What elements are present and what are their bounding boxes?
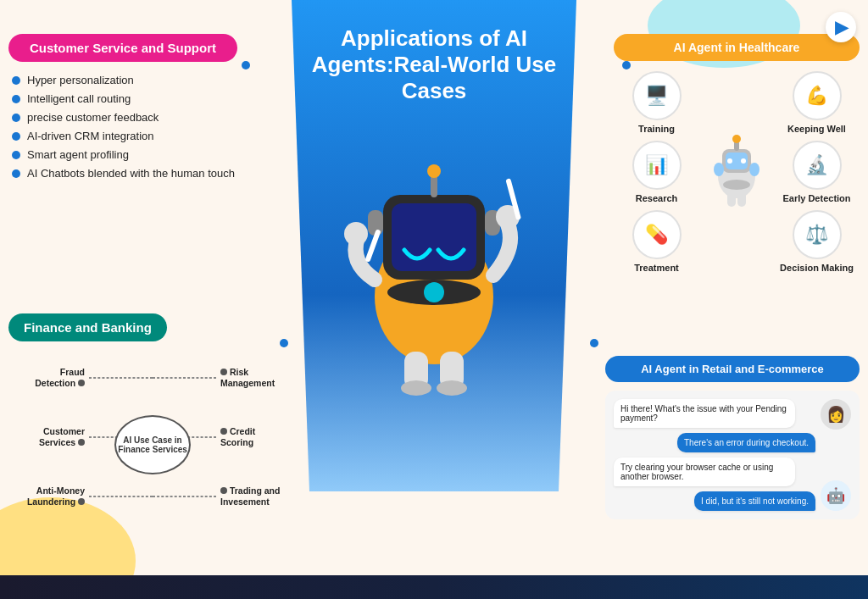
finance-center-node: AI Use Case in Finance Services — [114, 415, 191, 474]
bottom-bar — [0, 575, 868, 599]
finance-node-credit: CreditScoring — [220, 426, 297, 447]
bullet-item-2: precise customer feedback — [12, 111, 237, 124]
finance-node-customer: CustomerServices — [8, 426, 85, 447]
bullet-text-1: Intelligent call routing — [27, 92, 131, 105]
bullet-item-1: Intelligent call routing — [12, 92, 237, 105]
bullet-item-4: Smart agent profiling — [12, 148, 237, 161]
hc-circle-keeping-well: 💪 — [793, 71, 842, 120]
hc-item-research: 📊 Research — [614, 141, 699, 203]
svg-point-12 — [437, 380, 467, 396]
hc-circle-early-detection: 🔬 — [793, 141, 842, 190]
hc-circle-research: 📊 — [632, 141, 682, 190]
svg-point-11 — [401, 380, 431, 396]
chat-message-2: Try clearing your browser cache or using… — [614, 458, 795, 486]
logo: ▶ — [826, 12, 856, 42]
hc-label-treatment: Treatment — [634, 263, 679, 273]
hc-circle-treatment: 💊 — [632, 210, 682, 259]
finance-line-right-trading — [153, 496, 216, 497]
svg-rect-26 — [737, 190, 746, 207]
hc-label-research: Research — [636, 193, 678, 203]
svg-point-28 — [749, 163, 760, 176]
connector-dot-left-top — [242, 61, 250, 69]
finance-line-right-risk — [153, 377, 216, 379]
hc-label-training: Training — [638, 124, 675, 134]
bot-avatar: 🤖 — [821, 480, 851, 511]
chat-area: Hi there! What's the issue with your Pen… — [605, 391, 860, 519]
svg-rect-25 — [727, 190, 736, 207]
finance-node-risk: RiskManagement — [220, 367, 297, 388]
bullet-item-3: AI-driven CRM integration — [12, 130, 237, 142]
healthcare-grid: 🖥️ Training 📊 Research 💊 Treatment 💪 Kee… — [614, 71, 860, 273]
finance-line-left-fraud — [89, 377, 153, 379]
finance-node-fraud: FraudDetection — [8, 367, 85, 388]
svg-point-8 — [424, 282, 444, 302]
hc-circle-training: 🖥️ — [632, 71, 682, 120]
hc-label-keeping-well: Keeping Well — [787, 124, 846, 134]
chat-message-0: Hi there! What's the issue with your Pen… — [614, 399, 795, 428]
bullet-dot-2 — [12, 114, 20, 122]
hc-label-decision-making: Decision Making — [780, 263, 854, 273]
bullet-item-5: AI Chatbots blended with the human touch — [12, 167, 237, 180]
finance-node-antimoney: Anti-MoneyLaundering — [8, 485, 85, 507]
bullet-text-2: precise customer feedback — [27, 111, 159, 124]
bullet-dot-3 — [12, 132, 20, 141]
svg-point-24 — [723, 180, 750, 190]
bullet-dot-4 — [12, 151, 20, 159]
svg-point-23 — [732, 135, 741, 143]
bullet-text-3: AI-driven CRM integration — [27, 130, 154, 142]
finance-node-trading: Trading andInvesement — [220, 485, 297, 507]
hc-circle-decision-making: ⚖️ — [793, 210, 842, 259]
robot-illustration — [307, 110, 561, 415]
bullet-text-0: Hyper personalization — [27, 74, 134, 86]
connector-dot-right-mid — [590, 339, 598, 347]
svg-rect-2 — [392, 203, 476, 271]
hc-robot-center — [703, 125, 771, 219]
user-avatar: 👩 — [821, 399, 851, 430]
finance-panel: Finance and Banking AI Use Case in Finan… — [8, 313, 314, 538]
hc-item-treatment: 💊 Treatment — [614, 210, 699, 273]
svg-point-4 — [427, 164, 441, 178]
bullet-text-4: Smart agent profiling — [27, 148, 129, 161]
bullet-dot-5 — [12, 169, 20, 178]
chat-message-3: I did, but it's still not working. — [694, 491, 815, 511]
bullet-item-0: Hyper personalization — [12, 74, 237, 86]
hc-item-training: 🖥️ Training — [614, 71, 699, 134]
bullet-dot-0 — [12, 76, 20, 85]
svg-point-20 — [727, 158, 732, 164]
customer-service-heading: Customer Service and Support — [8, 34, 237, 62]
hc-item-early-detection: 🔬 Early Detection — [774, 141, 860, 203]
retail-heading: AI Agent in Retail and E-commerce — [605, 356, 860, 382]
finance-line-left-antimoney — [89, 496, 153, 497]
finance-diagram: AI Use Case in Finance ServicesFraudDete… — [8, 352, 297, 538]
main-title: Applications of AI Agents:Real-World Use… — [286, 25, 582, 105]
finance-heading: Finance and Banking — [8, 313, 167, 341]
retail-panel: AI Agent in Retail and E-commerce Hi the… — [605, 356, 860, 519]
hc-item-decision-making: ⚖️ Decision Making — [774, 210, 860, 273]
hc-label-early-detection: Early Detection — [782, 193, 850, 203]
customer-service-panel: Customer Service and Support Hyper perso… — [8, 34, 237, 186]
chat-messages: Hi there! What's the issue with your Pen… — [614, 399, 815, 511]
bullet-text-5: AI Chatbots blended with the human touch — [27, 167, 235, 180]
customer-service-list: Hyper personalizationIntelligent call ro… — [8, 74, 237, 180]
hc-item-keeping-well: 💪 Keeping Well — [774, 71, 860, 134]
bullet-dot-1 — [12, 95, 20, 103]
healthcare-panel: AI Agent in Healthcare 🖥️ Training 📊 Res… — [614, 34, 860, 273]
chat-message-1: There's an error during checkout. — [677, 433, 815, 452]
chat-avatars: 👩 🤖 — [821, 399, 851, 511]
svg-point-21 — [741, 158, 746, 164]
healthcare-heading: AI Agent in Healthcare — [614, 34, 860, 61]
svg-point-13 — [344, 222, 368, 246]
svg-point-27 — [714, 163, 724, 176]
